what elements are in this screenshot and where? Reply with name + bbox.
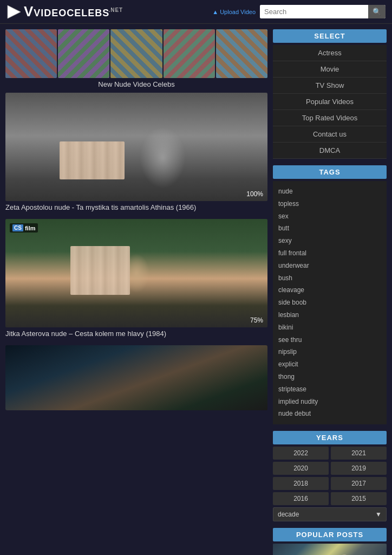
- select-menu: Actress Movie TV Show Popular Videos Top…: [273, 45, 387, 159]
- years-grid: 20222021202020192018201720162015: [273, 447, 387, 505]
- menu-item-tvshow[interactable]: TV Show: [273, 78, 387, 94]
- tag-link[interactable]: lesbian: [278, 309, 381, 321]
- year-button[interactable]: 2021: [331, 447, 387, 460]
- menu-item-top-rated[interactable]: Top Rated Videos: [273, 110, 387, 126]
- search-button[interactable]: 🔍: [368, 5, 386, 18]
- featured-thumb-5[interactable]: [216, 29, 267, 78]
- year-button[interactable]: 2016: [273, 492, 329, 505]
- year-button[interactable]: 2022: [273, 447, 329, 460]
- tag-link[interactable]: bikini: [278, 321, 381, 334]
- header-right: ▲ Upload Video 🔍: [212, 5, 386, 18]
- menu-link-contact[interactable]: Contact us: [273, 126, 387, 142]
- years-section: YEARS 20222021202020192018201720162015 d…: [273, 431, 387, 521]
- featured-thumb-2[interactable]: [58, 29, 109, 78]
- tag-link[interactable]: see thru: [278, 334, 381, 346]
- year-button[interactable]: 2015: [331, 492, 387, 505]
- video-thumb-2[interactable]: CS film 75%: [5, 219, 267, 327]
- menu-item-dmca[interactable]: DMCA: [273, 143, 387, 159]
- tag-link[interactable]: underwear: [278, 260, 381, 272]
- menu-link-top-rated[interactable]: Top Rated Videos: [273, 110, 387, 126]
- year-button[interactable]: 2017: [331, 477, 387, 490]
- year-button[interactable]: 2019: [331, 462, 387, 475]
- tags-section: TAGS nudetoplesssexbuttsexyfull frontalu…: [273, 165, 387, 424]
- search-bar: 🔍: [260, 5, 386, 18]
- search-input[interactable]: [260, 5, 368, 18]
- upload-link[interactable]: ▲ Upload Video: [212, 9, 256, 15]
- video-card-2: CS film 75% Jitka Asterova nude – Cesta …: [5, 219, 267, 339]
- year-button[interactable]: 2018: [273, 477, 329, 490]
- tag-link[interactable]: thong: [278, 371, 381, 383]
- select-header: SELECT: [273, 29, 387, 43]
- featured-strip: [5, 29, 267, 78]
- menu-item-movie[interactable]: Movie: [273, 61, 387, 78]
- video-title-2: Jitka Asterova nude – Cesta kolem me hla…: [5, 327, 267, 339]
- tag-link[interactable]: nude debut: [278, 408, 381, 420]
- year-button[interactable]: 2020: [273, 462, 329, 475]
- tag-link[interactable]: implied nudity: [278, 396, 381, 408]
- svg-marker-0: [8, 5, 21, 18]
- popular-posts-section: POPULAR POSTS: [273, 528, 387, 555]
- tags-container: nudetoplesssexbuttsexyfull frontalunderw…: [273, 181, 387, 424]
- decade-label: decade: [278, 511, 299, 518]
- select-section: SELECT Actress Movie TV Show Popular Vid…: [273, 29, 387, 159]
- decade-select[interactable]: decade ▼: [273, 507, 387, 521]
- menu-item-actress[interactable]: Actress: [273, 45, 387, 61]
- video-thumb-1[interactable]: 100%: [5, 93, 267, 201]
- menu-link-tvshow[interactable]: TV Show: [273, 78, 387, 93]
- tag-link[interactable]: nude: [278, 185, 381, 198]
- tag-link[interactable]: striptease: [278, 383, 381, 396]
- tag-link[interactable]: nipslip: [278, 346, 381, 358]
- years-header: YEARS: [273, 431, 387, 444]
- menu-link-popular-videos[interactable]: Popular Videos: [273, 94, 387, 109]
- featured-thumb-3[interactable]: [110, 29, 162, 78]
- video-title-1: Zeta Apostolou nude - Ta mystika tis ama…: [5, 201, 267, 212]
- logo[interactable]: VVIDEOCELEBS.NET: [6, 3, 123, 20]
- main-layout: New Nude Video Celebs 100% Zeta Apostolo…: [0, 24, 392, 555]
- header: VVIDEOCELEBS.NET ▲ Upload Video 🔍: [0, 0, 392, 24]
- video-thumb-3[interactable]: [5, 345, 267, 410]
- tag-link[interactable]: butt: [278, 222, 381, 235]
- menu-link-movie[interactable]: Movie: [273, 61, 387, 77]
- tag-link[interactable]: side boob: [278, 296, 381, 309]
- rating-badge-1: 100%: [246, 190, 263, 198]
- menu-link-dmca[interactable]: DMCA: [273, 143, 387, 158]
- popular-thumb-1[interactable]: [273, 544, 387, 555]
- popular-posts-header: POPULAR POSTS: [273, 528, 387, 541]
- tag-link[interactable]: explicit: [278, 358, 381, 371]
- tag-link[interactable]: bush: [278, 272, 381, 285]
- video-card-3: [5, 345, 267, 410]
- tag-link[interactable]: sex: [278, 210, 381, 223]
- featured-label: New Nude Video Celebs: [5, 80, 267, 88]
- tag-link[interactable]: full frontal: [278, 247, 381, 260]
- content-column: New Nude Video Celebs 100% Zeta Apostolo…: [5, 29, 267, 555]
- sidebar: SELECT Actress Movie TV Show Popular Vid…: [273, 29, 387, 555]
- menu-link-actress[interactable]: Actress: [273, 45, 387, 61]
- tag-link[interactable]: sexy: [278, 235, 381, 247]
- tag-link[interactable]: cleavage: [278, 284, 381, 296]
- tags-header: TAGS: [273, 165, 387, 179]
- tag-link[interactable]: topless: [278, 198, 381, 210]
- menu-item-contact[interactable]: Contact us: [273, 126, 387, 143]
- cs-watermark: CS film: [10, 223, 38, 233]
- chevron-down-icon: ▼: [375, 511, 382, 518]
- video-card-1: 100% Zeta Apostolou nude - Ta mystika ti…: [5, 93, 267, 212]
- featured-thumb-1[interactable]: [5, 29, 57, 78]
- featured-thumb-4[interactable]: [164, 29, 215, 78]
- menu-item-popular-videos[interactable]: Popular Videos: [273, 94, 387, 110]
- logo-text: VVIDEOCELEBS.NET: [24, 3, 123, 20]
- rating-badge-2: 75%: [250, 317, 263, 324]
